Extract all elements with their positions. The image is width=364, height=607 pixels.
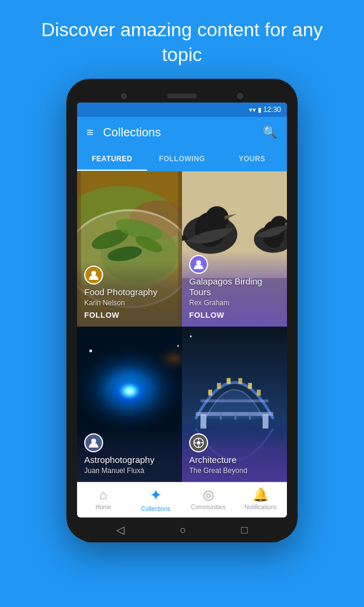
svg-point-56 bbox=[190, 336, 191, 337]
collections-icon: ✦ bbox=[149, 486, 162, 504]
notifications-label: Notifications bbox=[245, 504, 277, 510]
svg-rect-50 bbox=[235, 414, 237, 420]
arch-card-overlay: Architecture The Great Beyond bbox=[182, 429, 287, 482]
svg-point-58 bbox=[197, 441, 200, 445]
collections-label: Collections bbox=[141, 506, 170, 512]
svg-rect-43 bbox=[208, 390, 212, 396]
svg-point-35 bbox=[91, 439, 96, 443]
birds-title: Galapagos Birding Tours bbox=[189, 276, 280, 298]
collection-card-birds[interactable]: Galapagos Birding Tours Rex Graham FOLLO… bbox=[182, 171, 287, 327]
svg-rect-42 bbox=[200, 400, 269, 402]
tab-yours[interactable]: YOURS bbox=[217, 148, 287, 170]
nav-item-communities[interactable]: ◎ Communities bbox=[182, 484, 235, 514]
food-avatar bbox=[84, 266, 103, 285]
svg-rect-46 bbox=[238, 378, 242, 384]
svg-rect-44 bbox=[217, 383, 221, 389]
app-bar: ≡ Collections 🔍 bbox=[77, 117, 287, 148]
arch-title: Architecture bbox=[189, 455, 280, 465]
battery-icon: ▮ bbox=[258, 106, 261, 114]
bottom-nav: ⌂ Home ✦ Collections ◎ Communities 🔔 Not… bbox=[77, 482, 287, 515]
food-title: Food Photography bbox=[84, 287, 175, 298]
collection-card-astro[interactable]: Astrophotography Juan Manuel Fluxà bbox=[77, 327, 182, 482]
sensor bbox=[237, 93, 243, 99]
svg-rect-49 bbox=[220, 414, 222, 420]
status-time: 12:30 bbox=[263, 106, 281, 114]
birds-follow[interactable]: FOLLOW bbox=[189, 311, 280, 320]
home-button[interactable]: ○ bbox=[180, 524, 186, 536]
svg-rect-45 bbox=[226, 378, 231, 384]
nav-item-home[interactable]: ⌂ Home bbox=[77, 484, 130, 514]
svg-rect-40 bbox=[263, 414, 269, 429]
collection-card-arch[interactable]: Architecture The Great Beyond bbox=[182, 327, 287, 482]
nav-item-collections[interactable]: ✦ Collections bbox=[130, 483, 183, 516]
status-bar: ▾▾ ▮ 12:30 bbox=[77, 103, 287, 117]
birds-card-overlay: Galapagos Birding Tours Rex Graham FOLLO… bbox=[182, 250, 287, 327]
astro-avatar bbox=[84, 433, 103, 452]
svg-point-12 bbox=[91, 271, 96, 276]
home-icon: ⌂ bbox=[100, 487, 107, 503]
signal-icon: ▾▾ bbox=[249, 106, 256, 114]
astro-title: Astrophotography bbox=[84, 455, 175, 465]
svg-point-27 bbox=[90, 350, 92, 353]
camera bbox=[121, 93, 127, 99]
notifications-icon: 🔔 bbox=[253, 487, 269, 503]
home-label: Home bbox=[95, 504, 111, 510]
back-button[interactable]: ◁ bbox=[116, 523, 124, 536]
phone-device: ▾▾ ▮ 12:30 ≡ Collections 🔍 FEATURED FOLL… bbox=[66, 79, 298, 541]
collections-grid: Food Photography Karin Nelson FOLLOW bbox=[77, 171, 287, 482]
system-nav: ◁ ○ □ bbox=[77, 517, 287, 542]
tab-featured[interactable]: FEATURED bbox=[77, 148, 147, 170]
svg-rect-47 bbox=[248, 383, 252, 389]
arch-author: The Great Beyond bbox=[189, 467, 280, 475]
svg-rect-39 bbox=[200, 414, 206, 429]
communities-icon: ◎ bbox=[203, 487, 214, 503]
tab-following[interactable]: FOLLOWING bbox=[147, 148, 217, 170]
communities-label: Communities bbox=[191, 504, 225, 510]
birds-avatar bbox=[189, 255, 208, 274]
arch-avatar bbox=[189, 433, 208, 452]
recent-button[interactable]: □ bbox=[241, 524, 248, 536]
phone-screen: ▾▾ ▮ 12:30 ≡ Collections 🔍 FEATURED FOLL… bbox=[77, 103, 287, 517]
nav-item-notifications[interactable]: 🔔 Notifications bbox=[235, 484, 288, 514]
tabs-bar: FEATURED FOLLOWING YOURS bbox=[77, 148, 287, 171]
astro-card-overlay: Astrophotography Juan Manuel Fluxà bbox=[77, 429, 182, 482]
search-icon[interactable]: 🔍 bbox=[263, 125, 277, 139]
astro-author: Juan Manuel Fluxà bbox=[84, 467, 175, 475]
svg-rect-48 bbox=[257, 390, 261, 396]
svg-point-22 bbox=[196, 260, 201, 265]
speaker bbox=[167, 94, 197, 98]
status-icons: ▾▾ ▮ 12:30 bbox=[249, 106, 281, 114]
menu-icon[interactable]: ≡ bbox=[87, 126, 94, 139]
page-header: Discover amazing content for any topic bbox=[0, 0, 364, 79]
food-follow[interactable]: FOLLOW bbox=[84, 311, 175, 320]
svg-rect-51 bbox=[249, 414, 251, 420]
birds-author: Rex Graham bbox=[189, 299, 280, 307]
app-title: Collections bbox=[103, 126, 253, 139]
collection-card-food[interactable]: Food Photography Karin Nelson FOLLOW bbox=[77, 171, 182, 327]
food-card-overlay: Food Photography Karin Nelson FOLLOW bbox=[77, 261, 182, 327]
food-author: Karin Nelson bbox=[84, 299, 175, 307]
